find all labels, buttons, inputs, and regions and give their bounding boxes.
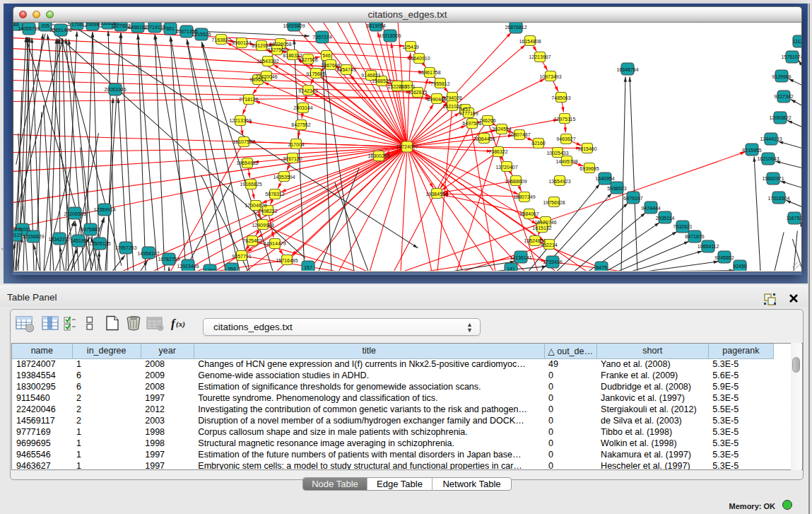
svg-text:20364456: 20364456	[473, 136, 495, 141]
svg-text:12093822: 12093822	[769, 115, 791, 119]
svg-text:12975115: 12975115	[554, 116, 576, 121]
svg-text:39121: 39121	[13, 232, 23, 237]
svg-text:8454749: 8454749	[336, 66, 355, 71]
svg-text:5938923: 5938923	[607, 185, 626, 190]
svg-text:14055712: 14055712	[18, 25, 40, 30]
svg-text:19384554: 19384554	[425, 191, 447, 196]
svg-text:18724007: 18724007	[396, 144, 418, 149]
svg-text:1498222: 1498222	[258, 208, 277, 213]
svg-text:7386322: 7386322	[488, 148, 507, 153]
svg-text:10025433: 10025433	[546, 150, 568, 155]
svg-text:17004678: 17004678	[245, 202, 266, 207]
svg-text:9129966: 9129966	[772, 74, 791, 78]
svg-text:9242343: 9242343	[298, 88, 317, 93]
svg-text:9463627: 9463627	[556, 136, 575, 141]
svg-text:14958147: 14958147	[137, 250, 159, 255]
svg-text:1615132: 1615132	[532, 225, 551, 230]
svg-text:8960124: 8960124	[232, 40, 251, 45]
svg-text:12359914: 12359914	[93, 206, 115, 211]
svg-text:18226058: 18226058	[269, 41, 291, 46]
svg-text:3624554: 3624554	[492, 126, 511, 131]
svg-text:10719138: 10719138	[143, 24, 165, 29]
svg-text:12213967: 12213967	[529, 54, 551, 59]
svg-text:10973493: 10973493	[539, 74, 561, 78]
svg-text:203571: 203571	[399, 83, 415, 88]
svg-text:1706: 1706	[71, 23, 83, 27]
svg-text:6939695: 6939695	[579, 165, 599, 170]
svg-text:9227342: 9227342	[774, 93, 793, 98]
svg-text:14136141: 14136141	[510, 255, 531, 259]
svg-text:15716485: 15716485	[276, 257, 298, 262]
svg-text:7625402: 7625402	[242, 238, 261, 243]
svg-text:651: 651	[166, 25, 175, 30]
svg-text:6479197: 6479197	[623, 195, 642, 200]
svg-text:12505135: 12505135	[88, 240, 110, 245]
svg-text:7485063: 7485063	[551, 95, 570, 100]
svg-text:16154808: 16154808	[519, 38, 541, 43]
svg-text:3267130: 3267130	[283, 156, 302, 160]
svg-text:145193: 145193	[70, 238, 86, 243]
svg-text:15692971: 15692971	[762, 175, 784, 180]
svg-text:12409948: 12409948	[252, 222, 273, 227]
svg-text:9245652: 9245652	[714, 255, 734, 259]
svg-text:15751074: 15751074	[781, 54, 802, 59]
svg-text:16640910: 16640910	[408, 55, 430, 60]
svg-text:16543382: 16543382	[257, 58, 278, 63]
svg-text:12342737: 12342737	[48, 236, 70, 241]
svg-text:7632621: 7632621	[673, 223, 692, 228]
svg-text:7955812: 7955812	[430, 81, 449, 86]
svg-text:8427552: 8427552	[291, 122, 310, 127]
svg-text:9474444: 9474444	[641, 205, 660, 210]
svg-text:9975887: 9975887	[81, 226, 100, 231]
svg-text:746266: 746266	[479, 117, 495, 122]
svg-text:19756928: 19756928	[543, 199, 565, 204]
svg-text:14495798: 14495798	[555, 158, 577, 163]
svg-text:8813054: 8813054	[366, 23, 385, 28]
svg-text:9777169: 9777169	[459, 110, 478, 115]
svg-text:62160: 62160	[531, 140, 546, 145]
svg-text:18300295: 18300295	[367, 153, 389, 158]
svg-text:10688609: 10688609	[505, 178, 526, 183]
svg-text:9175685: 9175685	[306, 71, 325, 76]
svg-text:2718126: 2718126	[239, 96, 258, 101]
svg-text:20206505: 20206505	[64, 211, 86, 216]
svg-text:9684067: 9684067	[519, 211, 539, 216]
svg-text:9794028: 9794028	[442, 95, 461, 100]
svg-text:835001: 835001	[14, 226, 30, 231]
svg-text:20691406: 20691406	[49, 27, 71, 32]
svg-text:18807249: 18807249	[513, 194, 535, 199]
svg-text:7357274: 7357274	[312, 34, 331, 39]
svg-text:20053346: 20053346	[104, 86, 126, 91]
svg-text:13720407: 13720407	[495, 164, 517, 169]
svg-text:5878312: 5878312	[265, 191, 284, 196]
svg-text:16210643: 16210643	[757, 156, 779, 160]
svg-text:12213369: 12213369	[229, 117, 251, 122]
svg-text:11123: 11123	[793, 38, 802, 43]
svg-text:9815460: 9815460	[577, 146, 596, 151]
svg-text:1292: 1292	[204, 267, 216, 271]
svg-text:13654923: 13654923	[548, 178, 570, 183]
svg-text:17016504: 17016504	[767, 195, 789, 200]
svg-text:26876812: 26876812	[505, 24, 526, 29]
svg-text:546: 546	[322, 52, 331, 57]
svg-text:9657791: 9657791	[232, 253, 251, 258]
svg-text:19654982: 19654982	[236, 160, 258, 165]
svg-text:956: 956	[228, 266, 236, 271]
svg-text:9327508: 9327508	[267, 47, 286, 52]
svg-text:205: 205	[41, 23, 49, 28]
svg-text:16961758: 16961758	[418, 69, 440, 74]
svg-text:2935114: 2935114	[656, 215, 675, 220]
svg-text:7163822: 7163822	[211, 37, 230, 42]
svg-text:157: 157	[304, 264, 312, 269]
svg-text:141: 141	[507, 266, 515, 271]
svg-text:16033809: 16033809	[283, 23, 305, 28]
svg-text:1640954: 1640954	[595, 175, 614, 180]
svg-text:12923446: 12923446	[177, 263, 199, 268]
svg-text:452214: 452214	[541, 242, 557, 247]
svg-text:9146821: 9146821	[361, 72, 380, 77]
svg-text:(x): (x)	[176, 320, 185, 329]
svg-text:2803144: 2803144	[293, 105, 312, 110]
svg-text:10654112: 10654112	[698, 243, 719, 248]
svg-text:16782759: 16782759	[158, 256, 180, 261]
svg-text:92450: 92450	[733, 263, 747, 268]
